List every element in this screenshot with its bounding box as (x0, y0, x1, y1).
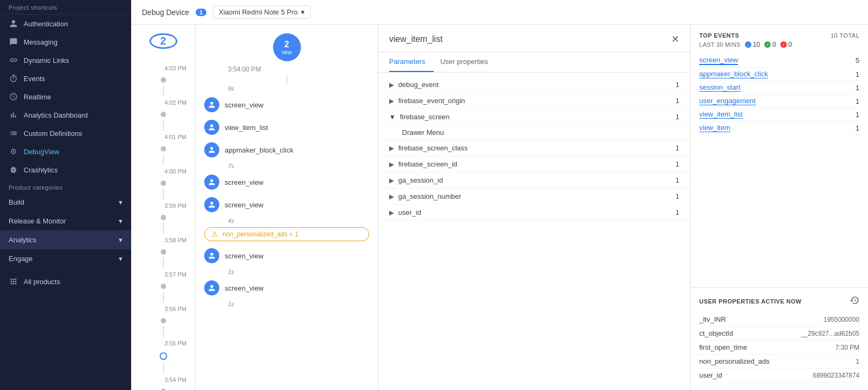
param-arrow-firebase-event-origin: ▶ (389, 97, 394, 105)
sidebar-item-messaging[interactable]: Messaging (0, 33, 131, 51)
param-arrow-ga-session-number: ▶ (389, 193, 394, 200)
param-row-user-id[interactable]: ▶ user_id 1 (378, 205, 690, 221)
user-prop-row-0: _ltv_INR 1955000000 (699, 313, 859, 327)
debug-device-badge: 1 (196, 9, 206, 16)
param-name-firebase-screen-class: firebase_screen_class (398, 144, 468, 152)
user-prop-name-1: ct_objectId (699, 329, 733, 337)
timeline-line-8 (163, 363, 164, 373)
tab-parameters[interactable]: Parameters (389, 52, 434, 72)
right-panel: TOP EVENTS 10 TOTAL LAST 30 MINS ↓ 10 ✓ … (691, 25, 868, 390)
event-warning-label: non_personalized_ads = 1 (223, 230, 298, 238)
timeline-line-5 (163, 257, 164, 268)
param-row-firebase-screen-class[interactable]: ▶ firebase_screen_class 1 (378, 140, 690, 156)
param-arrow-debug-event: ▶ (389, 81, 394, 89)
param-row-firebase-screen-id[interactable]: ▶ firebase_screen_id 1 (378, 156, 690, 172)
bug-icon (9, 165, 18, 175)
top-events-subrow: LAST 30 MINS ↓ 10 ✓ 0 ! 0 (699, 41, 859, 48)
sidebar-item-crashlytics-label: Crashlytics (24, 166, 58, 174)
sidebar-item-crashlytics[interactable]: Crashlytics (0, 161, 131, 179)
release-monitor-chevron-icon: ▾ (119, 217, 123, 225)
param-row-firebase-screen[interactable]: ▼ firebase_screen 1 (378, 109, 690, 125)
event-label-4: screen_view (225, 201, 263, 209)
param-row-debug-event[interactable]: ▶ debug_event 1 (378, 77, 690, 93)
top-event-name-1[interactable]: appmaker_block_click (699, 70, 768, 78)
event-item-5[interactable]: screen_view (196, 244, 378, 267)
sidebar-category-build[interactable]: Build ▾ (0, 193, 131, 212)
param-row-ga-session-id[interactable]: ▶ ga_session_id 1 (378, 172, 690, 189)
build-label: Build (9, 198, 24, 206)
timeline-column: 2 4:03 PM 4:02 PM 4:01 PM 4:00 PM 3:59 P… (131, 25, 196, 390)
sidebar-item-debugview[interactable]: DebugView (0, 142, 131, 161)
event-item-4[interactable]: screen_view (196, 193, 378, 216)
events-new-label: new (282, 49, 291, 55)
top-event-count-5: 1 (856, 124, 859, 132)
top-event-name-5[interactable]: view_item (699, 124, 730, 132)
top-event-row-4: view_item_list 1 (699, 108, 859, 121)
event-item-2[interactable]: appmaker_block_click (196, 139, 378, 161)
sidebar-item-analytics-dashboard[interactable]: Analytics Dashboard (0, 106, 131, 124)
param-row-firebase-event-origin[interactable]: ▶ firebase_event_origin 1 (378, 93, 690, 109)
user-prop-value-4: 6899023347874 (813, 372, 859, 379)
timeline-bubble: 2 (149, 33, 177, 49)
sidebar-item-events[interactable]: Events (0, 69, 131, 88)
sidebar-item-realtime[interactable]: Realtime (0, 88, 131, 106)
timeline-line-7 (163, 326, 164, 337)
history-icon[interactable] (850, 295, 859, 307)
stat-dot-blue-icon: ↓ (745, 41, 751, 48)
top-events-header: TOP EVENTS 10 TOTAL (699, 32, 859, 39)
analytics-label: Analytics (9, 236, 37, 244)
top-event-name-3[interactable]: user_engagement (699, 97, 756, 105)
stat-orange: ! 0 (780, 41, 792, 48)
top-event-row-0: screen_view 5 (699, 54, 859, 68)
tab-user-properties[interactable]: User properties (440, 52, 497, 72)
param-name-firebase-screen-id: firebase_screen_id (398, 160, 457, 168)
param-name-firebase-screen: firebase_screen (400, 113, 450, 121)
event-label-6: screen_view (225, 284, 263, 292)
sidebar-item-custom-definitions-label: Custom Definitions (24, 129, 82, 138)
timeline-dot-1 (161, 112, 166, 117)
detail-tabs: Parameters User properties (378, 52, 690, 73)
top-event-name-0[interactable]: screen_view (699, 56, 738, 65)
top-event-name-4[interactable]: view_item_list (699, 110, 743, 119)
stat-blue: ↓ 10 (745, 41, 760, 48)
event-icon-5 (204, 248, 219, 263)
sidebar-category-analytics[interactable]: Analytics ▾ (0, 230, 131, 249)
timeline-line-0 (163, 85, 164, 96)
top-event-count-2: 1 (856, 84, 859, 92)
last-30-mins-label: LAST 30 MINS (699, 41, 741, 48)
sidebar-item-dynamic-links[interactable]: Dynamic Links (0, 51, 131, 69)
timeline-time-8: 3:55 PM (131, 340, 195, 346)
event-warning-non-personalized-ads[interactable]: ⚠ non_personalized_ads = 1 (204, 227, 369, 241)
event-icon-3 (204, 175, 219, 190)
param-sub-firebase-screen: Drawer Menu (378, 125, 690, 140)
event-interval-7s: 7s (228, 163, 378, 169)
sidebar-category-release-monitor[interactable]: Release & Monitor ▾ (0, 212, 131, 230)
product-categories-label: Product categories (0, 179, 131, 193)
top-event-name-2[interactable]: session_start (699, 83, 741, 92)
event-item-6[interactable]: screen_view (196, 277, 378, 299)
event-item-0[interactable]: screen_view (196, 93, 378, 116)
sidebar-category-engage[interactable]: Engage ▾ (0, 249, 131, 268)
event-label-3: screen_view (225, 178, 263, 186)
event-item-3[interactable]: screen_view (196, 171, 378, 193)
main-content: Debug Device 1 Xiaomi Redmi Note 5 Pro ▾… (131, 0, 868, 390)
timeline-time-3: 4:00 PM (131, 168, 195, 175)
param-row-ga-session-number[interactable]: ▶ ga_session_number 1 (378, 189, 690, 205)
debug-device-select[interactable]: Xiaomi Redmi Note 5 Pro ▾ (213, 5, 311, 19)
detail-close-button[interactable]: ✕ (671, 33, 679, 52)
timeline-dot-3 (161, 180, 166, 186)
debug-device-title: Debug Device (142, 8, 189, 17)
param-arrow-firebase-screen: ▼ (389, 113, 396, 121)
event-item-1[interactable]: view_item_list (196, 116, 378, 139)
events-column: 2 new 3:54:00 PM 9s screen_view view_ite… (196, 25, 378, 390)
debug-icon (9, 147, 18, 156)
sidebar-item-all-products[interactable]: All products (0, 272, 131, 291)
sidebar-item-authentication[interactable]: Authentication (0, 15, 131, 33)
engage-chevron-icon: ▾ (119, 255, 123, 263)
sidebar-item-custom-definitions[interactable]: Custom Definitions (0, 124, 131, 142)
timeline-dot-8 (160, 352, 167, 360)
event-label-5: screen_view (225, 252, 263, 260)
timeline-dot-0 (161, 77, 166, 83)
timeline-dot-4 (161, 215, 166, 220)
param-arrow-user-id: ▶ (389, 209, 394, 216)
